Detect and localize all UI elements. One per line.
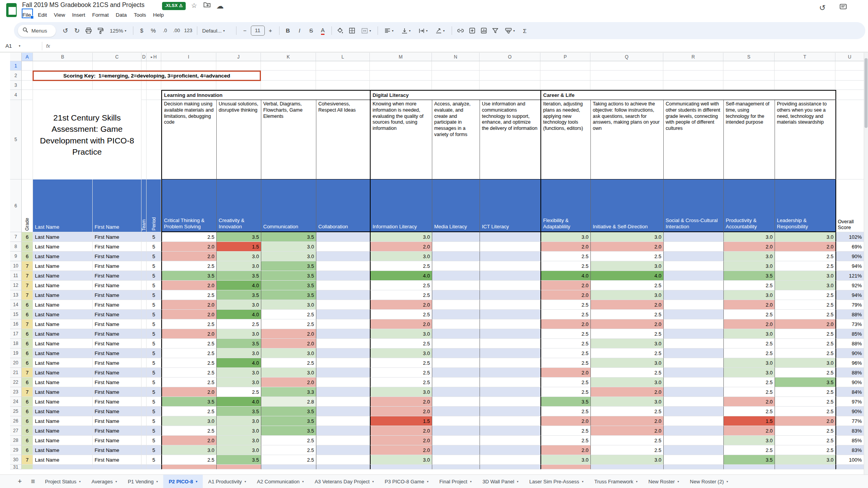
- overall-score-cell[interactable]: 83%: [835, 426, 864, 436]
- description-T[interactable]: Providing assistance to others when you …: [775, 100, 835, 179]
- menu-tools[interactable]: Tools: [131, 11, 149, 20]
- score-cell-I[interactable]: 2.5: [161, 368, 216, 378]
- cell-C1[interactable]: [93, 61, 142, 71]
- score-cell-T[interactable]: 2.5: [775, 339, 835, 348]
- score-cell-O[interactable]: [480, 368, 540, 378]
- period-cell[interactable]: 5: [147, 426, 161, 436]
- score-cell-I[interactable]: 2.0: [161, 329, 216, 339]
- score-cell-N[interactable]: [432, 368, 480, 378]
- overall-score-cell[interactable]: 85%: [835, 329, 864, 339]
- team-cell[interactable]: [142, 261, 147, 271]
- score-cell-R[interactable]: [663, 378, 723, 387]
- score-cell-P[interactable]: 2.5: [540, 407, 590, 416]
- score-cell-P[interactable]: 2.5: [540, 310, 590, 319]
- last-name-cell[interactable]: Last Name: [33, 232, 93, 242]
- score-cell-T[interactable]: 2.0: [775, 319, 835, 329]
- period-cell[interactable]: 5: [147, 310, 161, 319]
- first-name-cell[interactable]: First Name: [93, 319, 142, 329]
- last-name-cell[interactable]: Last Name: [33, 368, 93, 378]
- score-cell-T[interactable]: 2.0: [775, 242, 835, 252]
- first-name-cell[interactable]: First Name: [93, 358, 142, 368]
- score-cell-M[interactable]: 2.0: [370, 397, 432, 407]
- score-cell-I[interactable]: 3.0: [161, 445, 216, 455]
- header-K[interactable]: Communication: [261, 179, 316, 232]
- score-cell-I[interactable]: 2.5: [161, 339, 216, 348]
- score-cell-O[interactable]: [480, 407, 540, 416]
- score-cell-L[interactable]: [316, 339, 370, 348]
- all-sheets-button[interactable]: ≡: [26, 475, 40, 488]
- score-cell-P[interactable]: 2.5: [540, 387, 590, 397]
- score-cell-P[interactable]: 2.0: [540, 290, 590, 300]
- row-header[interactable]: 13: [10, 290, 22, 300]
- team-cell[interactable]: [142, 242, 147, 252]
- score-cell-I[interactable]: 2.5: [161, 407, 216, 416]
- paint-format-icon[interactable]: [95, 25, 106, 36]
- column-header-J[interactable]: J: [216, 53, 261, 61]
- score-cell-S[interactable]: 3.0: [723, 261, 775, 271]
- score-cell-N[interactable]: [432, 416, 480, 426]
- first-name-cell[interactable]: First Name: [93, 407, 142, 416]
- row-header[interactable]: 23: [10, 387, 22, 397]
- cell-D5[interactable]: [142, 100, 147, 179]
- score-cell-M[interactable]: 3.0: [370, 348, 432, 358]
- vertical-scrollbar[interactable]: [864, 53, 868, 474]
- sheet-tab-new-roster-2-[interactable]: New Roster (2)▾: [685, 475, 733, 488]
- score-cell-I[interactable]: 2.5: [161, 290, 216, 300]
- score-cell-P[interactable]: 2.0: [540, 242, 590, 252]
- score-cell-L[interactable]: [316, 426, 370, 436]
- first-name-cell[interactable]: First Name: [93, 329, 142, 339]
- overall-score-cell[interactable]: 85%: [835, 436, 864, 445]
- score-cell-J[interactable]: 3.0: [216, 426, 261, 436]
- row-header[interactable]: 4: [10, 90, 22, 100]
- cell-L3[interactable]: [316, 81, 370, 90]
- last-name-cell[interactable]: Last Name: [33, 426, 93, 436]
- move-folder-icon[interactable]: [204, 2, 211, 10]
- score-cell-P[interactable]: 2.5: [540, 348, 590, 358]
- score-cell-M[interactable]: 4.0: [370, 271, 432, 281]
- row-header[interactable]: 26: [10, 416, 22, 426]
- score-cell-Q[interactable]: 2.5: [590, 445, 663, 455]
- score-cell-M[interactable]: 3.0: [370, 252, 432, 261]
- first-name-cell[interactable]: First Name: [93, 290, 142, 300]
- score-cell-L[interactable]: [316, 387, 370, 397]
- more-formats-button[interactable]: 123: [183, 25, 194, 36]
- score-cell-N[interactable]: [432, 271, 480, 281]
- score-cell-N[interactable]: [432, 329, 480, 339]
- last-name-cell[interactable]: Last Name: [33, 281, 93, 290]
- score-cell-K[interactable]: 2.8: [261, 397, 316, 407]
- score-cell-I[interactable]: 2.0: [161, 310, 216, 319]
- row-header[interactable]: 18: [10, 339, 22, 348]
- row-header[interactable]: 28: [10, 436, 22, 445]
- score-cell-K[interactable]: 3.0: [261, 368, 316, 378]
- score-cell-S[interactable]: 3.5: [723, 271, 775, 281]
- score-cell-L[interactable]: [316, 368, 370, 378]
- score-cell-J[interactable]: 3.0: [216, 300, 261, 310]
- column-header-K[interactable]: K: [261, 53, 316, 61]
- overall-score-cell[interactable]: 92%: [835, 281, 864, 290]
- period-cell[interactable]: 5: [147, 407, 161, 416]
- score-cell-J[interactable]: 4.0: [216, 358, 261, 368]
- team-cell[interactable]: [142, 339, 147, 348]
- overall-score-cell[interactable]: 96%: [835, 358, 864, 368]
- column-header-N[interactable]: N: [432, 53, 480, 61]
- score-cell-R[interactable]: [663, 290, 723, 300]
- score-cell-S[interactable]: 1.5: [723, 416, 775, 426]
- score-cell-M[interactable]: [370, 465, 432, 469]
- score-cell-P[interactable]: 4.0: [540, 271, 590, 281]
- score-cell-M[interactable]: 1.5: [370, 416, 432, 426]
- cell-A1[interactable]: [22, 61, 33, 71]
- cell-P2[interactable]: [540, 71, 590, 81]
- score-cell-O[interactable]: [480, 426, 540, 436]
- score-cell-Q[interactable]: 2.0: [590, 300, 663, 310]
- last-name-cell[interactable]: Last Name: [33, 271, 93, 281]
- header-Q[interactable]: Initiative & Self-Direction: [590, 179, 663, 232]
- sheet-tab-a1-productivity[interactable]: A1 Productivity▾: [203, 475, 252, 488]
- score-cell-K[interactable]: 2.5: [261, 319, 316, 329]
- score-cell-T[interactable]: 2.5: [775, 368, 835, 378]
- period-cell[interactable]: 5: [147, 416, 161, 426]
- vertical-align-icon[interactable]: ▾: [398, 25, 415, 36]
- score-cell-J[interactable]: 4.0: [216, 281, 261, 290]
- insert-comment-icon[interactable]: [466, 25, 478, 36]
- period-cell[interactable]: 5: [147, 329, 161, 339]
- score-cell-I[interactable]: 3.5: [161, 271, 216, 281]
